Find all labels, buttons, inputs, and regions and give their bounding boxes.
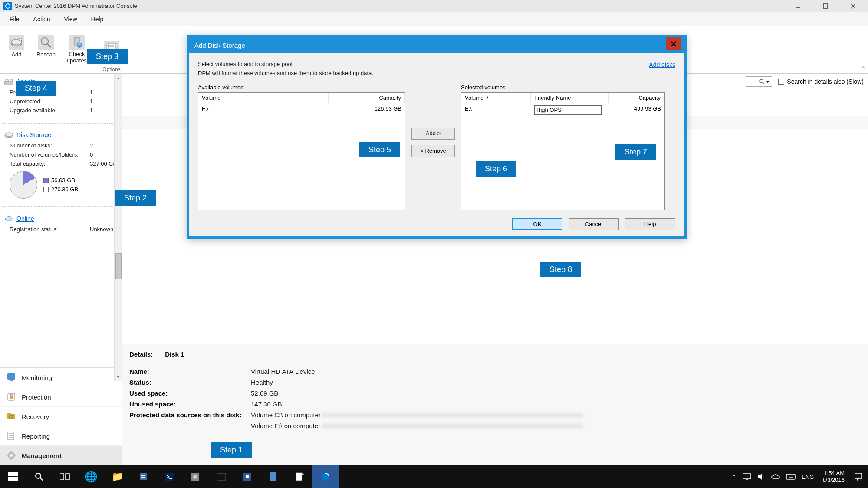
section-disk-storage: Disk Storage Number of disks:2 Number of… — [0, 127, 122, 203]
taskbar-cmd-icon[interactable] — [208, 465, 234, 488]
svg-rect-29 — [8, 432, 14, 440]
action-center-button[interactable] — [849, 465, 868, 488]
taskbar-ie-icon[interactable]: 🌐 — [78, 465, 104, 488]
window-title: System Center 2016 DPM Administrator Con… — [15, 3, 784, 9]
num-disks-label: Number of disks: — [10, 142, 90, 149]
menu-file[interactable]: File — [3, 14, 26, 24]
add-disks-link[interactable]: Add disks — [649, 60, 675, 69]
svg-point-47 — [36, 473, 41, 478]
selected-volume-capacity: 499.93 GB — [609, 105, 664, 115]
svg-point-39 — [760, 79, 763, 83]
svg-rect-18 — [4, 82, 13, 84]
legend-free-value: 270.36 GB — [51, 186, 78, 193]
scroll-down-icon[interactable]: ▼ — [115, 373, 122, 381]
svg-rect-26 — [10, 396, 13, 399]
ok-button[interactable]: OK — [512, 218, 562, 230]
nav-monitoring[interactable]: Monitoring — [0, 368, 122, 387]
nav-list: Monitoring Protection Recovery Reporting… — [0, 367, 122, 465]
maximize-button[interactable] — [812, 0, 839, 12]
taskbar-app-icon[interactable] — [286, 465, 312, 488]
svg-line-48 — [40, 478, 43, 481]
taskbar-clock[interactable]: 1:54 AM 8/3/2016 — [818, 470, 849, 483]
add-volume-button[interactable]: Add > — [411, 128, 455, 140]
ribbon-add-button[interactable]: Add — [2, 33, 31, 66]
taskbar-search-button[interactable] — [26, 465, 52, 488]
legend-used-value: 56.63 GB — [51, 177, 75, 183]
management-icon — [6, 450, 16, 461]
friendly-name-input[interactable] — [534, 105, 602, 115]
minimize-button[interactable] — [784, 0, 812, 12]
close-button[interactable] — [839, 0, 867, 12]
taskbar-app-icon[interactable] — [260, 465, 286, 488]
svg-rect-61 — [270, 472, 276, 481]
legend-free-swatch — [43, 187, 49, 192]
taskbar-app-icon[interactable] — [182, 465, 208, 488]
app-icon — [3, 2, 12, 10]
chevron-down-icon[interactable]: ▾ — [766, 79, 769, 85]
taskbar-dpm-icon[interactable] — [312, 465, 339, 488]
unprotected-label: Unprotected: — [10, 98, 90, 105]
col-capacity[interactable]: Capacity — [609, 93, 664, 103]
scroll-up-icon[interactable]: ▲ — [115, 74, 122, 82]
step-8-callout: Step 8 — [540, 262, 581, 277]
disk-storage-link[interactable]: Disk Storage — [16, 131, 51, 138]
selected-row[interactable]: E:\ 499.93 GB — [461, 103, 664, 117]
nav-recovery-label: Recovery — [22, 413, 49, 420]
storage-pie-chart — [10, 171, 37, 199]
taskbar-powershell-icon[interactable] — [156, 465, 182, 488]
col-volume[interactable]: Volume / — [461, 93, 531, 103]
remove-volume-button[interactable]: < Remove — [411, 145, 455, 157]
tray-language[interactable]: ENG — [802, 474, 814, 480]
nav-reporting[interactable]: Reporting — [0, 426, 122, 446]
start-button[interactable] — [0, 465, 26, 488]
task-view-button[interactable] — [52, 465, 78, 488]
ribbon-collapse-button[interactable]: ⌃ — [861, 66, 865, 72]
scroll-thumb[interactable] — [115, 253, 122, 279]
reg-status-label: Registration status: — [10, 226, 90, 233]
taskbar-app-icon[interactable] — [234, 465, 260, 488]
nav-recovery[interactable]: Recovery — [0, 407, 122, 426]
taskbar-explorer-icon[interactable]: 📁 — [104, 465, 130, 488]
taskbar-server-manager-icon[interactable] — [130, 465, 156, 488]
tray-keyboard-icon[interactable] — [786, 474, 796, 480]
search-input[interactable]: ▾ — [746, 76, 772, 87]
menu-help[interactable]: Help — [84, 14, 111, 24]
col-capacity[interactable]: Capacity — [329, 93, 405, 103]
step-5-callout: Step 5 — [359, 142, 400, 157]
tray-chevron-icon[interactable]: ⌃ — [732, 474, 736, 480]
num-vols-value: 0 — [90, 151, 93, 158]
sidebar-scrollbar[interactable]: ▲ ▼ — [114, 74, 122, 381]
reg-status-value: Unknown — [90, 226, 113, 233]
available-volume-capacity: 126.93 GB — [329, 105, 405, 113]
menu-view[interactable]: View — [57, 14, 84, 24]
nav-protection-label: Protection — [22, 393, 51, 401]
cancel-button[interactable]: Cancel — [569, 218, 619, 230]
monitoring-icon — [6, 372, 16, 383]
nav-management[interactable]: Management — [0, 446, 122, 465]
col-friendly-name[interactable]: Friendly Name — [531, 93, 609, 103]
disk-icon — [4, 131, 13, 138]
tray-onedrive-icon[interactable] — [771, 474, 780, 480]
step-1-callout: Step 1 — [211, 442, 252, 458]
detail-used-value: 52.69 GB — [251, 390, 278, 397]
detail-name-label: Name: — [129, 368, 251, 375]
selected-volume-name: E:\ — [461, 105, 531, 115]
detail-status-label: Status: — [129, 379, 251, 386]
svg-rect-44 — [13, 472, 18, 476]
nav-protection[interactable]: Protection — [0, 387, 122, 407]
help-button[interactable]: Help — [625, 218, 675, 230]
ribbon-add-label: Add — [11, 51, 21, 58]
svg-rect-43 — [8, 472, 13, 476]
detail-protected-label: Protected data sources on this disk: — [129, 411, 251, 419]
ribbon-rescan-button[interactable]: Rescan — [31, 33, 61, 66]
available-row[interactable]: F:\ 126.93 GB — [198, 103, 405, 114]
menu-action[interactable]: Action — [26, 14, 57, 24]
tray-volume-icon[interactable] — [757, 473, 765, 481]
protection-icon — [6, 392, 16, 402]
col-volume[interactable]: Volume — [198, 93, 329, 103]
online-link[interactable]: Online — [16, 215, 34, 222]
tray-display-icon[interactable] — [743, 473, 751, 480]
search-details-checkbox[interactable]: Search in details also (Slow) — [778, 78, 864, 85]
dialog-close-button[interactable] — [666, 37, 681, 50]
agents-icon — [4, 78, 13, 85]
